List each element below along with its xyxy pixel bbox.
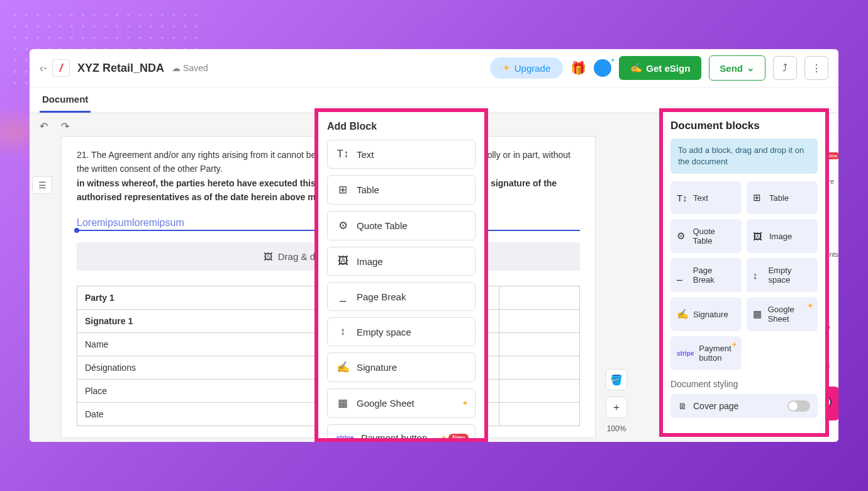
upgrade-button[interactable]: ✦ Upgrade <box>490 57 564 79</box>
block-grid: T↕Text ⊞Table ⚙Quote Table 🖼Image ⎯Page … <box>670 181 818 370</box>
cover-page-row[interactable]: 🗎 Cover page <box>670 394 818 418</box>
space-icon: ↕ <box>753 270 763 281</box>
grid-page-break[interactable]: ⎯Page Break <box>670 258 742 292</box>
signature-icon: ✍ <box>677 308 688 320</box>
drag-hint: To add a block, drag and drop it on the … <box>670 138 818 174</box>
block-table[interactable]: ⊞Table <box>327 175 476 205</box>
stripe-icon: stripe <box>337 434 353 441</box>
grid-signature[interactable]: ✍Signature <box>670 297 742 331</box>
grid-image[interactable]: 🖼Image <box>747 219 818 253</box>
grid-table[interactable]: ⊞Table <box>747 181 818 214</box>
chevron-down-icon: ⌄ <box>747 62 755 74</box>
space-icon: ↕ <box>337 325 349 338</box>
stripe-icon: stripe <box>677 350 694 357</box>
image-icon: 🖼 <box>753 231 764 242</box>
share-icon: ⤴ <box>782 62 787 74</box>
sheet-icon: ▦ <box>337 397 349 410</box>
more-icon: ⋮ <box>811 62 821 74</box>
undo-redo-toolbar: ↶ ↷ <box>35 117 74 135</box>
doc-title[interactable]: XYZ Retail_NDA <box>77 62 164 75</box>
page-icon: 🗎 <box>678 401 687 411</box>
cover-page-toggle[interactable] <box>787 400 810 412</box>
cloud-icon: ☁ <box>172 63 181 73</box>
gift-icon[interactable]: 🎁 <box>570 60 586 76</box>
styling-heading: Document styling <box>670 379 818 389</box>
grid-google-sheet[interactable]: ▦Google Sheet✦ <box>747 297 818 331</box>
sparkle-icon: ✦ <box>731 340 738 349</box>
back-icon[interactable]: ‹- <box>40 62 47 75</box>
block-signature[interactable]: ✍Signature <box>327 353 476 382</box>
signature-icon: ✍ <box>337 361 349 374</box>
outline-icon[interactable]: ☰ <box>32 176 52 194</box>
table-icon: ⊞ <box>337 183 349 196</box>
block-payment-button[interactable]: stripePayment button✦New <box>327 424 476 442</box>
share-button[interactable]: ⤴ <box>773 56 797 80</box>
grid-empty-space[interactable]: ↕Empty space <box>747 258 818 292</box>
grid-payment-button[interactable]: stripePayment button✦ <box>670 336 742 370</box>
zoom-level: 100% <box>607 424 626 433</box>
image-icon: 🖼 <box>337 255 349 268</box>
fill-tool[interactable]: 🪣 <box>606 369 627 390</box>
more-button[interactable]: ⋮ <box>804 56 828 80</box>
block-image[interactable]: 🖼Image <box>327 247 476 276</box>
header: ‹- / XYZ Retail_NDA ☁ Saved ✦ Upgrade 🎁 … <box>30 49 838 87</box>
block-quote-table[interactable]: ⚙Quote Table <box>327 211 476 240</box>
block-page-break[interactable]: ⎯Page Break <box>327 282 476 311</box>
text-icon: T↕ <box>677 193 688 203</box>
sparkle-icon: ✦ <box>462 398 469 408</box>
image-icon: 🖼 <box>264 251 273 262</box>
doc-logo-icon: / <box>52 59 70 77</box>
avatar[interactable] <box>594 59 611 77</box>
zoom-in-button[interactable]: ＋ <box>606 397 627 418</box>
add-block-title: Add Block <box>327 121 476 132</box>
new-badge: New <box>448 434 469 442</box>
sparkle-icon: ✦ <box>503 62 511 74</box>
sparkle-icon: ✦ <box>440 433 447 442</box>
tab-document[interactable]: Document <box>40 87 91 113</box>
gear-icon: ⚙ <box>677 230 687 242</box>
block-google-sheet[interactable]: ▦Google Sheet✦ <box>327 388 476 418</box>
block-empty-space[interactable]: ↕Empty space <box>327 317 476 346</box>
add-block-popup: Add Block T↕Text ⊞Table ⚙Quote Table 🖼Im… <box>314 108 488 442</box>
signature-icon: ✍ <box>630 62 642 74</box>
block-text[interactable]: T↕Text <box>327 140 476 169</box>
canvas-tools: 🪣 ＋ 100% <box>606 369 627 433</box>
gear-icon: ⚙ <box>337 219 349 232</box>
grid-text[interactable]: T↕Text <box>670 181 742 214</box>
send-button[interactable]: Send ⌄ <box>709 55 765 81</box>
get-esign-button[interactable]: ✍ Get eSign <box>619 56 701 80</box>
page-break-icon: ⎯ <box>337 290 349 303</box>
page-break-icon: ⎯ <box>677 270 688 281</box>
undo-button[interactable]: ↶ <box>35 117 52 135</box>
table-icon: ⊞ <box>753 192 764 203</box>
saved-status: ☁ Saved <box>172 63 208 73</box>
redo-button[interactable]: ↷ <box>56 117 74 135</box>
grid-quote-table[interactable]: ⚙Quote Table <box>670 219 742 253</box>
text-icon: T↕ <box>337 148 349 161</box>
sparkle-icon: ✦ <box>807 301 814 310</box>
document-blocks-panel: Document blocks To add a block, drag and… <box>659 108 829 437</box>
sheet-icon: ▦ <box>753 308 763 320</box>
document-blocks-title: Document blocks <box>670 120 818 132</box>
